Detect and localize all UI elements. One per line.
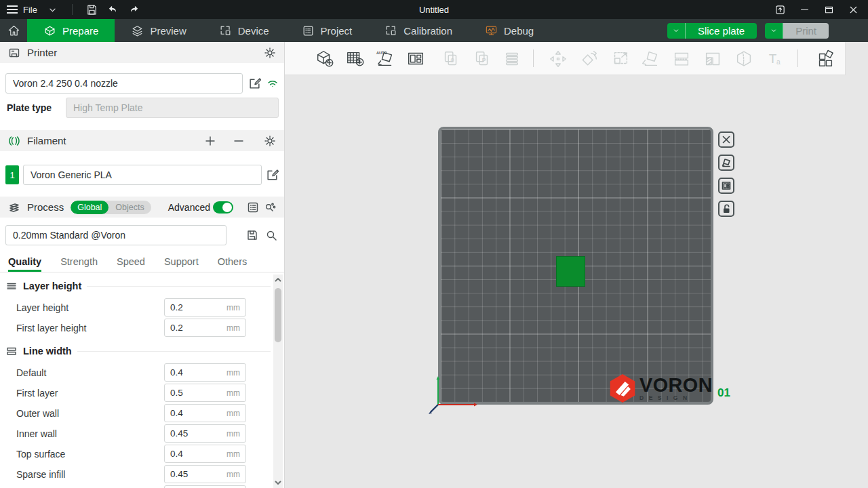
sidebar-scrollbar[interactable] (273, 274, 283, 488)
process-scope-toggle[interactable]: Global Objects (71, 201, 151, 214)
tab-device[interactable]: Device (203, 19, 285, 42)
auto-orient-plate-button[interactable] (718, 155, 734, 171)
delete-plate-button[interactable] (718, 131, 734, 148)
add-object-button[interactable] (313, 47, 336, 70)
auto-orient-plate-icon (721, 157, 732, 168)
arrange-button[interactable] (404, 47, 427, 70)
tab-quality[interactable]: Quality (8, 256, 41, 272)
param-label: Top surface (16, 449, 65, 460)
layer-height-icon (5, 280, 18, 292)
tab-prepare[interactable]: Prepare (27, 19, 115, 42)
split-to-parts-icon (703, 49, 723, 69)
default-line-width-input[interactable]: 0.4mm (164, 363, 246, 382)
move-button (547, 47, 570, 70)
tab-support[interactable]: Support (164, 256, 199, 272)
debug-monitor-icon (485, 24, 498, 37)
svg-text:T: T (769, 52, 777, 66)
chevron-down-icon[interactable] (47, 4, 58, 16)
undo-icon[interactable] (107, 4, 119, 16)
add-plate-button[interactable] (344, 47, 367, 70)
filament-slot-badge[interactable]: 1 (5, 165, 19, 184)
process-section-header: Process Global Objects Advanced (0, 197, 284, 218)
plate-number-label[interactable]: 01 (717, 386, 730, 400)
param-row: Default 0.4mm (16, 363, 246, 382)
arrange-plate-icon (721, 180, 732, 191)
paste-button: P (471, 47, 494, 70)
plate-type-select[interactable]: High Temp Plate (66, 98, 279, 118)
edit-filament-icon[interactable] (266, 169, 279, 182)
parameter-list-icon[interactable] (247, 201, 259, 214)
printer-settings-gear-icon[interactable] (264, 47, 276, 59)
search-icon[interactable] (265, 229, 277, 241)
scrollbar-thumb[interactable] (275, 288, 281, 342)
file-menu-label: File (23, 5, 37, 15)
remove-filament-icon[interactable] (233, 135, 245, 147)
close-icon (721, 134, 732, 145)
scroll-up-icon[interactable] (274, 276, 282, 284)
mesh-boolean-button (732, 47, 755, 70)
tab-speed[interactable]: Speed (117, 256, 145, 272)
tab-debug[interactable]: Debug (469, 19, 550, 42)
file-menu[interactable]: File (7, 3, 37, 16)
assembly-view-button[interactable] (814, 47, 837, 70)
arrange-plate-button[interactable] (718, 178, 734, 194)
filament-settings-gear-icon[interactable] (264, 135, 276, 147)
parameter-search-icon[interactable] (264, 201, 276, 214)
paste-icon: P (472, 49, 492, 69)
lay-on-face-button (639, 47, 662, 70)
split-to-objects-button (670, 47, 693, 70)
top-surface-line-width-input[interactable]: 0.4mm (164, 445, 246, 463)
sparse-infill-line-width-input[interactable]: 0.45mm (164, 465, 246, 483)
line-width-icon (5, 345, 18, 357)
filament-section-title: Filament (27, 135, 66, 146)
scope-objects[interactable]: Objects (108, 201, 151, 214)
layer-height-input[interactable]: 0.2mm (164, 298, 246, 317)
printer-preset-select[interactable]: Voron 2.4 250 0.4 nozzle (5, 73, 243, 94)
wifi-connection-icon[interactable] (267, 77, 279, 89)
add-filament-icon[interactable] (204, 135, 216, 147)
unlock-icon (721, 203, 732, 214)
slice-dropdown-chevron-icon[interactable] (667, 23, 686, 39)
maximize-button[interactable] (819, 1, 838, 18)
group-layer-height: Layer height (5, 279, 271, 293)
export-icon[interactable] (770, 1, 789, 18)
printer-section-title: Printer (27, 47, 57, 58)
redo-icon[interactable] (128, 4, 140, 16)
viewport-3d[interactable]: AUTO 0 P Ta (285, 42, 868, 488)
lock-plate-button[interactable] (718, 201, 734, 217)
home-button[interactable] (0, 19, 27, 42)
param-label: Sparse infill (16, 469, 65, 480)
scope-global[interactable]: Global (71, 201, 108, 214)
first-layer-line-width-input[interactable]: 0.5mm (164, 384, 246, 402)
tab-calibration[interactable]: Calibration (368, 19, 469, 42)
minimize-button[interactable] (795, 1, 814, 18)
filament-preset-select[interactable]: Voron Generic PLA (23, 165, 262, 185)
advanced-toggle[interactable] (213, 201, 233, 214)
printer-icon (8, 47, 20, 59)
print-button[interactable]: Print (765, 23, 829, 39)
tab-project[interactable]: Project (285, 19, 369, 42)
param-row: Outer wall 0.4mm (16, 404, 246, 422)
process-preset-select[interactable]: 0.20mm Standard @Voron (5, 225, 226, 245)
scroll-down-icon[interactable] (274, 479, 282, 487)
slice-plate-button[interactable]: Slice plate (667, 23, 757, 39)
tab-preview[interactable]: Preview (115, 19, 202, 42)
param-row-partial (16, 485, 246, 488)
edit-printer-icon[interactable] (248, 77, 261, 90)
inner-wall-line-width-input[interactable]: 0.45mm (164, 424, 246, 443)
first-layer-height-input[interactable]: 0.2mm (164, 319, 246, 337)
tab-others[interactable]: Others (218, 256, 248, 272)
next-param-input[interactable] (164, 485, 246, 488)
print-dropdown-chevron-icon[interactable] (765, 23, 783, 39)
add-object-icon (315, 49, 335, 69)
close-button[interactable] (844, 1, 863, 18)
save-icon[interactable] (86, 4, 98, 16)
param-label: Layer height (16, 302, 68, 313)
outer-wall-line-width-input[interactable]: 0.4mm (164, 404, 246, 422)
group-line-width: Line width (5, 344, 271, 358)
save-preset-icon[interactable] (246, 229, 258, 241)
model-cube[interactable] (556, 256, 585, 287)
auto-orient-button[interactable]: AUTO (374, 47, 397, 70)
param-label: First layer (16, 388, 58, 399)
tab-strength[interactable]: Strength (60, 256, 98, 272)
